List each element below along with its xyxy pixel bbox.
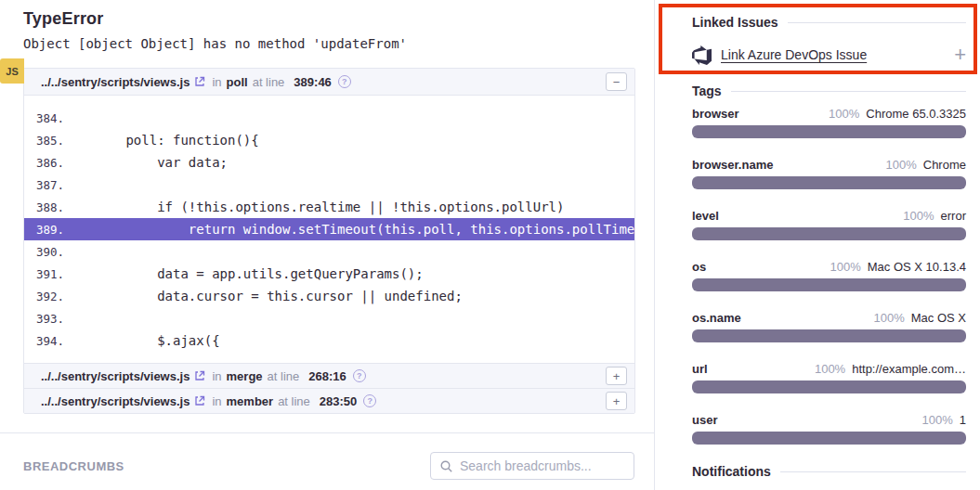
sidebar: Linked Issues Link Azure DevOps Issue + … (655, 0, 980, 490)
tag-percent: 100% (903, 209, 934, 224)
tag-distribution-bar[interactable] (692, 380, 966, 393)
code-line: 385. poll: function(){ (24, 129, 634, 151)
tag-percent: 100% (886, 158, 917, 173)
heading-rule (780, 471, 966, 472)
tag-value: Chrome (923, 158, 966, 173)
breadcrumbs-search[interactable] (430, 452, 634, 480)
expand-frame-button[interactable]: + (606, 392, 627, 410)
tag-percent: 100% (829, 107, 859, 122)
error-message: Object [object Object] has no method 'up… (23, 36, 634, 51)
tag-row-browser-name: browser.name100%Chrome (692, 158, 966, 189)
linked-issues-heading: Linked Issues (692, 15, 966, 30)
tag-value: Mac OS X 10.13.4 (868, 260, 966, 275)
help-circle-icon[interactable]: ? (363, 394, 376, 407)
frame-header-poll[interactable]: ../../sentry/scripts/views.js in poll at… (24, 69, 634, 96)
frame-filename: ../../sentry/scripts/views.js (41, 75, 189, 89)
tag-value: Mac OS X (911, 311, 966, 326)
section-divider (0, 432, 655, 433)
link-azure-devops-link[interactable]: Link Azure DevOps Issue (721, 47, 867, 62)
tag-row-browser: browser100%Chrome 65.0.3325 (692, 107, 966, 138)
code-line-highlighted: 389. return window.setTimeout(this.poll,… (24, 218, 634, 240)
tag-distribution-bar[interactable] (692, 125, 966, 138)
tag-key: os.name (692, 311, 741, 326)
platform-js-badge: JS (0, 58, 24, 84)
frame-atline-label: at line (268, 369, 300, 383)
tag-distribution-bar[interactable] (692, 432, 966, 445)
tag-distribution-bar[interactable] (692, 278, 966, 291)
tag-percent: 100% (815, 362, 845, 377)
tag-value: error (941, 209, 966, 224)
stack-trace-panel: ../../sentry/scripts/views.js in poll at… (23, 68, 635, 414)
tag-percent: 100% (874, 311, 905, 326)
frame-header-member[interactable]: ../../sentry/scripts/views.js in member … (24, 388, 634, 413)
tag-percent: 100% (922, 413, 953, 428)
source-code-context: 384. 385. poll: function(){ 386. var dat… (24, 96, 634, 363)
code-line: 386. var data; (24, 151, 634, 174)
error-title: TypeError (23, 9, 634, 29)
frame-header-merge[interactable]: ../../sentry/scripts/views.js in merge a… (24, 363, 634, 388)
frame-in-label: in (212, 75, 221, 89)
tag-row-url: url100%http://example.com… (692, 362, 966, 393)
tags-title: Tags (692, 84, 722, 98)
tag-row-user: user100%1 (692, 413, 966, 445)
page: JS TypeError Object [object Object] has … (0, 0, 980, 490)
external-link-icon[interactable] (194, 76, 205, 87)
tag-distribution-bar[interactable] (692, 227, 966, 240)
heading-rule (731, 91, 966, 92)
code-line: 391. data = app.utils.getQueryParams(); (24, 263, 634, 285)
help-circle-icon[interactable]: ? (353, 369, 366, 382)
breadcrumbs-title: BREADCRUMBS (23, 459, 124, 473)
code-line: 394. $.ajax({ (24, 329, 634, 352)
frame-atline-label: at line (253, 75, 285, 89)
breadcrumbs-header: BREADCRUMBS (23, 452, 634, 480)
frame-in-label: in (212, 369, 221, 383)
code-line: 392. data.cursor = this.cursor || undefi… (24, 285, 634, 307)
frame-function: merge (227, 369, 263, 383)
tag-key: os (692, 260, 706, 275)
tag-row-level: level100%error (692, 209, 966, 240)
frame-line-number: 389:46 (294, 75, 331, 89)
external-link-icon[interactable] (194, 370, 205, 381)
frame-function: poll (227, 75, 248, 89)
code-line: 393. (24, 307, 634, 329)
code-line: 387. (24, 174, 634, 196)
heading-rule (788, 22, 966, 23)
frame-line-number: 283:50 (320, 394, 357, 408)
search-input[interactable] (460, 458, 625, 473)
tag-key: url (692, 362, 708, 377)
external-link-icon[interactable] (194, 395, 205, 406)
frame-line-number: 268:16 (308, 369, 346, 383)
tag-percent: 100% (830, 260, 861, 275)
tag-value: Chrome 65.0.3325 (866, 107, 966, 122)
frame-in-label: in (212, 394, 221, 408)
frame-filename: ../../sentry/scripts/views.js (41, 394, 189, 408)
tag-distribution-bar[interactable] (692, 176, 966, 189)
expand-frame-button[interactable]: + (606, 367, 627, 385)
azure-devops-icon (692, 45, 712, 65)
tag-key: user (692, 413, 717, 428)
main-column: JS TypeError Object [object Object] has … (0, 0, 655, 490)
help-circle-icon[interactable]: ? (338, 75, 351, 88)
tag-key: level (692, 209, 719, 224)
tag-value: 1 (960, 413, 966, 428)
notifications-title: Notifications (692, 464, 771, 479)
frame-atline-label: at line (278, 394, 310, 408)
frame-function: member (227, 394, 274, 408)
tag-distribution-bar[interactable] (692, 329, 966, 342)
tag-row-os: os100%Mac OS X 10.13.4 (692, 260, 966, 291)
tag-value: http://example.com… (852, 362, 966, 377)
tag-list: browser100%Chrome 65.0.3325 browser.name… (692, 107, 966, 445)
tag-key: browser (692, 107, 739, 122)
add-linked-issue-button[interactable]: + (954, 45, 966, 65)
frame-filename: ../../sentry/scripts/views.js (41, 369, 189, 383)
tag-key: browser.name (692, 158, 773, 173)
code-line: 388. if (!this.options.realtime || !this… (24, 196, 634, 218)
tag-row-os-name: os.name100%Mac OS X (692, 311, 966, 342)
code-line: 390. (24, 240, 634, 263)
link-azure-devops-row[interactable]: Link Azure DevOps Issue + (692, 43, 966, 67)
collapse-frame-button[interactable]: − (606, 72, 627, 91)
code-line: 384. (24, 107, 634, 129)
tags-heading: Tags (692, 84, 966, 98)
notifications-heading: Notifications (692, 464, 966, 479)
search-icon (439, 459, 453, 473)
